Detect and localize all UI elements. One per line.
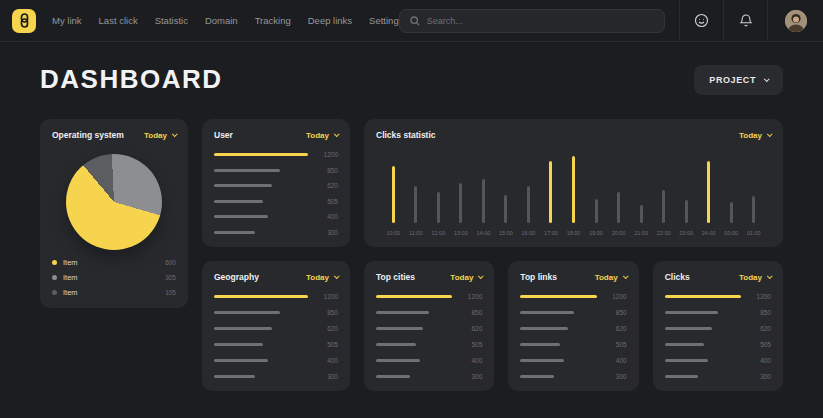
period-dropdown[interactable]: Today	[739, 273, 771, 282]
nav-item-statistic[interactable]: Statistic	[155, 15, 188, 26]
bar	[665, 359, 709, 362]
bar	[685, 200, 688, 223]
search-input[interactable]	[427, 16, 654, 26]
page-header: DASHBOARD PROJECT	[0, 42, 823, 95]
legend-value: 105	[165, 289, 176, 296]
clicks-bar-chart: 10:0011:0012:0013:0014:0015:0016:0017:00…	[376, 148, 771, 236]
bar	[214, 169, 280, 172]
chart-column: 00:00	[720, 152, 743, 236]
legend-label: Item	[63, 258, 159, 267]
bar	[572, 156, 575, 223]
bar-row: 850	[376, 309, 482, 316]
bar	[520, 375, 554, 378]
bar-row: 505	[376, 341, 482, 348]
bar	[392, 166, 395, 223]
period-dropdown[interactable]: Today	[739, 131, 771, 140]
legend-label: Item	[63, 288, 159, 297]
bar-value: 850	[605, 309, 627, 316]
bar-row: 1200	[376, 293, 482, 300]
bar	[459, 183, 462, 223]
bar	[376, 359, 420, 362]
period-dropdown[interactable]: Today	[595, 273, 627, 282]
bar	[595, 199, 598, 223]
card-title: Operating system	[52, 130, 124, 140]
chart-column: 13:00	[450, 152, 473, 236]
x-axis-label: 00:00	[724, 230, 738, 236]
nav-item-my-link[interactable]: My link	[52, 15, 82, 26]
bar-row: 1200	[520, 293, 626, 300]
bar	[520, 295, 596, 298]
top-links-bar-chart: 1200850620505400300	[520, 290, 626, 380]
legend-dot	[52, 290, 57, 295]
bar	[617, 192, 620, 223]
project-dropdown-button[interactable]: PROJECT	[694, 65, 783, 95]
nav-item-deep-links[interactable]: Deep links	[308, 15, 352, 26]
period-dropdown[interactable]: Today	[144, 131, 176, 140]
legend-dot	[52, 275, 57, 280]
card-top-cities: Top cities Today 1200850620505400300	[364, 261, 494, 391]
bar-value: 1200	[460, 293, 482, 300]
chart-column: 15:00	[495, 152, 518, 236]
period-dropdown[interactable]: Today	[306, 131, 338, 140]
x-axis-label: 23:00	[679, 230, 693, 236]
bar-row: 505	[214, 341, 338, 348]
card-title: Geography	[214, 272, 259, 282]
x-axis-label: 11:00	[409, 230, 422, 236]
bar-row: 300	[520, 373, 626, 380]
bar-row: 620	[214, 325, 338, 332]
x-axis-label: 21:00	[634, 230, 648, 236]
clicks-bar-chart: 1200850620505400300	[665, 290, 771, 380]
bar	[414, 186, 417, 223]
period-dropdown[interactable]: Today	[450, 273, 482, 282]
bar-row: 400	[214, 213, 338, 220]
chart-column: 16:00	[517, 152, 540, 236]
user-avatar	[785, 10, 807, 32]
search-icon	[410, 16, 420, 26]
chart-column: 20:00	[607, 152, 630, 236]
bar-row: 1200	[214, 293, 338, 300]
bar-row: 620	[520, 325, 626, 332]
profile-button[interactable]	[767, 0, 823, 42]
bar-row: 505	[665, 341, 771, 348]
period-dropdown[interactable]: Today	[306, 273, 338, 282]
card-user: User Today 1200850620505400300	[202, 119, 350, 247]
bar-value: 1200	[605, 293, 627, 300]
nav-item-domain[interactable]: Domain	[205, 15, 238, 26]
bar-row: 620	[376, 325, 482, 332]
bar-value: 400	[316, 357, 338, 364]
bar-value: 300	[605, 373, 627, 380]
chart-column: 18:00	[562, 152, 585, 236]
nav-item-tracking[interactable]: Tracking	[255, 15, 291, 26]
nav-item-last-click[interactable]: Last click	[99, 15, 138, 26]
chart-column: 12:00	[427, 152, 450, 236]
bar-row: 300	[214, 229, 338, 236]
app-logo[interactable]	[12, 9, 36, 33]
bar-row: 850	[520, 309, 626, 316]
x-axis-label: 20:00	[612, 230, 626, 236]
chevron-down-icon	[623, 273, 629, 279]
geography-bar-chart: 1200850620505400300	[214, 290, 338, 380]
legend-item: Item600	[52, 258, 176, 267]
bar	[437, 192, 440, 223]
legend-value: 305	[165, 274, 176, 281]
bar	[527, 186, 530, 223]
nav-item-setting[interactable]: Setting	[369, 15, 399, 26]
chevron-down-icon	[767, 131, 773, 137]
bar-value: 850	[316, 309, 338, 316]
bar	[376, 327, 423, 330]
cards-grid: Operating system Today Item600Item305Ite…	[0, 95, 823, 391]
x-axis-label: 24:00	[702, 230, 716, 236]
nav-links: My link Last click Statistic Domain Trac…	[52, 15, 399, 26]
notifications-button[interactable]	[723, 0, 767, 42]
card-geography: Geography Today 1200850620505400300	[202, 261, 350, 391]
bar	[665, 327, 712, 330]
bar-value: 400	[605, 357, 627, 364]
bar	[752, 196, 755, 223]
legend-value: 600	[165, 259, 176, 266]
legend-label: Item	[63, 273, 159, 282]
bar	[520, 311, 573, 314]
feedback-button[interactable]	[679, 0, 723, 42]
bar	[665, 295, 741, 298]
os-legend: Item600Item305Item105	[52, 258, 176, 297]
bar-value: 400	[316, 213, 338, 220]
